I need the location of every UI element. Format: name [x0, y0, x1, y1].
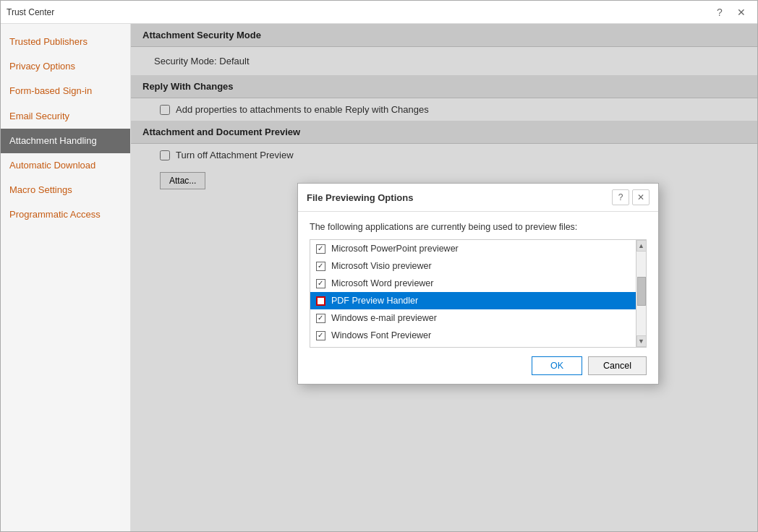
list-item-label-font: Windows Font Previewer [331, 330, 431, 340]
sidebar-item-macro-settings[interactable]: Macro Settings [1, 178, 130, 202]
list-item-label-pdf: PDF Preview Handler [331, 296, 418, 306]
preview-list-wrapper: Microsoft PowerPoint previewerMicrosoft … [310, 239, 647, 348]
list-item-checkbox-powerpoint[interactable] [316, 244, 325, 254]
ok-button[interactable]: OK [532, 356, 582, 375]
dialog-content: The following applications are currently… [298, 212, 658, 348]
list-item-word[interactable]: Microsoft Word previewer [310, 275, 636, 292]
sidebar-item-email-security[interactable]: Email Security [1, 104, 130, 129]
list-item-pdf[interactable]: PDF Preview Handler [310, 292, 636, 309]
dialog-help-button[interactable]: ? [612, 189, 629, 205]
dialog-footer: OK Cancel [298, 348, 658, 384]
list-item-label-powerpoint: Microsoft PowerPoint previewer [331, 244, 459, 254]
dialog-close-button[interactable]: ✕ [632, 189, 650, 205]
list-item-label-word: Microsoft Word previewer [331, 278, 433, 288]
list-item-label-email: Windows e-mail previewer [331, 313, 437, 323]
dialog-controls: ? ✕ [612, 189, 650, 205]
content-area: Trusted PublishersPrivacy OptionsForm-ba… [1, 24, 757, 531]
dialog-description: The following applications are currently… [310, 222, 647, 232]
scrollbar-middle [636, 252, 646, 335]
list-item-email[interactable]: Windows e-mail previewer [310, 309, 636, 327]
dialog-title-bar: File Previewing Options ? ✕ [298, 184, 658, 212]
sidebar: Trusted PublishersPrivacy OptionsForm-ba… [1, 24, 131, 531]
trust-center-window: Trust Center ? ✕ Trusted PublishersPriva… [0, 0, 758, 532]
scrollbar-down-button[interactable]: ▼ [636, 335, 647, 347]
main-panel: Attachment Security Mode Security Mode: … [131, 24, 757, 531]
sidebar-item-attachment-handling[interactable]: Attachment Handling [1, 129, 130, 153]
close-button[interactable]: ✕ [731, 4, 751, 21]
list-item-checkbox-word[interactable] [316, 279, 325, 288]
list-item-checkbox-pdf[interactable] [316, 296, 325, 306]
dialog-title: File Previewing Options [307, 192, 612, 203]
scrollbar-thumb[interactable] [637, 277, 646, 306]
list-item-label-visio: Microsoft Visio previewer [331, 261, 432, 271]
sidebar-item-automatic-download[interactable]: Automatic Download [1, 153, 130, 178]
sidebar-item-trusted-publishers[interactable]: Trusted Publishers [1, 30, 130, 54]
list-item-checkbox-visio[interactable] [316, 262, 325, 271]
list-item-powerpoint[interactable]: Microsoft PowerPoint previewer [310, 240, 636, 257]
list-item-visio[interactable]: Microsoft Visio previewer [310, 257, 636, 275]
list-item-checkbox-font[interactable] [316, 331, 325, 340]
modal-overlay: File Previewing Options ? ✕ The followin… [131, 24, 757, 531]
cancel-button[interactable]: Cancel [588, 356, 647, 375]
list-item-font[interactable]: Windows Font Previewer [310, 327, 636, 344]
sidebar-item-privacy-options[interactable]: Privacy Options [1, 54, 130, 79]
window-title: Trust Center [7, 7, 710, 17]
title-bar-controls: ? ✕ [710, 4, 751, 21]
preview-list[interactable]: Microsoft PowerPoint previewerMicrosoft … [310, 240, 636, 347]
file-previewing-dialog: File Previewing Options ? ✕ The followin… [297, 183, 659, 385]
sidebar-item-form-based-signin[interactable]: Form-based Sign-in [1, 79, 130, 103]
title-bar: Trust Center ? ✕ [1, 1, 757, 24]
sidebar-item-programmatic-access[interactable]: Programmatic Access [1, 202, 130, 227]
help-button[interactable]: ? [710, 4, 730, 21]
list-item-checkbox-email[interactable] [316, 314, 325, 323]
scrollbar-up-button[interactable]: ▲ [636, 240, 647, 252]
scrollbar-track: ▲ ▼ [636, 240, 646, 347]
